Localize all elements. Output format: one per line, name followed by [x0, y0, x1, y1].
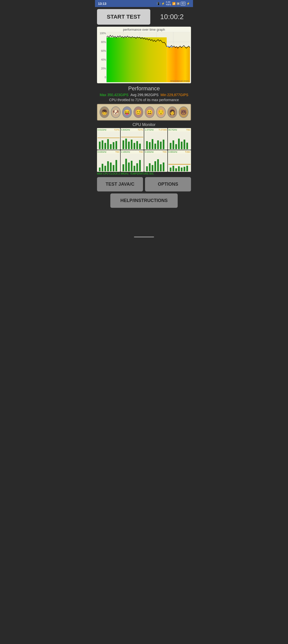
face-6: 😌	[156, 106, 166, 118]
svg-rect-14	[99, 142, 101, 149]
svg-rect-47	[110, 163, 112, 171]
svg-rect-70	[184, 167, 185, 171]
svg-rect-30	[149, 142, 151, 149]
svg-rect-31	[152, 139, 154, 149]
svg-rect-63	[163, 163, 165, 171]
test-java-c-button[interactable]: TEST JAVA/C	[97, 177, 143, 191]
cpu-cell-1-header: 0.61GHz T27C	[98, 129, 120, 131]
svg-rect-11	[107, 37, 167, 82]
perf-avg: Avg 299,962GIPS	[130, 93, 159, 97]
cpu-cell-4-freq: 0C7GHz	[168, 129, 177, 131]
graph-title: performance over time graph	[98, 28, 190, 31]
cpu-mini-chart-2	[121, 132, 143, 149]
cpu-cell-2: 0.84GHz T27C	[121, 128, 144, 150]
graph-container: 100% 80% 60% 40% 20% 0	[98, 32, 190, 82]
cpu-cell-5-temp: T0C	[115, 151, 120, 153]
svg-rect-71	[186, 166, 188, 171]
timer-display: 10:00:2	[153, 13, 191, 21]
svg-rect-52	[128, 163, 130, 171]
svg-rect-25	[131, 140, 133, 149]
cpu-cell-2-header: 0.84GHz T27C	[121, 129, 143, 131]
cpu-mini-chart-8	[168, 154, 190, 171]
svg-rect-19	[113, 142, 115, 149]
svg-rect-24	[128, 142, 130, 149]
charge-icon: ⚡	[186, 2, 190, 5]
perf-stats: Max 350,423GIPS Avg 299,962GIPS Min 229,…	[97, 93, 191, 97]
cpu-cell-7-freq: 0.63GHz	[145, 151, 154, 153]
svg-rect-56	[139, 160, 141, 171]
cpu-cell-2-temp: T27C	[138, 129, 143, 131]
cpu-cell-7-header: 0.63GHz T0C	[145, 151, 167, 153]
svg-rect-16	[105, 143, 106, 149]
cpu-cell-5-header: 0.63GHz T0C	[98, 151, 120, 153]
svg-rect-68	[178, 166, 180, 171]
cpu-monitor-section: CPU Monitor 0.61GHz T27C	[97, 123, 191, 175]
start-test-button[interactable]: START TEST	[97, 9, 150, 25]
svg-rect-59	[152, 165, 154, 171]
cpu-max-info: MAX CPU CLOCK:2.99GHz, TEMPERATURE:50C	[97, 172, 191, 175]
cpu-cell-3-freq: 1.07GHz	[145, 129, 154, 131]
main-content: START TEST 10:00:2 performance over time…	[95, 7, 193, 242]
svg-rect-26	[134, 143, 135, 149]
perf-min: Min 229,877GIPS	[161, 93, 188, 97]
cpu-cell-7-temp: T0C	[163, 151, 167, 153]
top-row: START TEST 10:00:2	[97, 9, 191, 25]
graph-time-label: time(interval 2min)	[170, 80, 189, 82]
svg-rect-55	[136, 163, 138, 171]
cpu-mini-chart-7	[145, 154, 167, 171]
svg-rect-62	[160, 164, 162, 171]
help-instructions-button[interactable]: HELP/INSTRUCTIONS	[110, 193, 178, 208]
face-2: 🐶	[111, 106, 121, 118]
cpu-cell-2-freq: 0.84GHz	[121, 129, 130, 131]
cpu-cell-8-header: 0.80GHz T26C	[168, 151, 190, 153]
face-4: 😊	[133, 106, 143, 118]
perf-title: Performance	[97, 85, 191, 92]
vibrate-icon: 📳	[157, 2, 160, 5]
svg-rect-49	[116, 160, 117, 171]
svg-rect-43	[99, 168, 101, 171]
cpu-cell-4: 0C7GHz T0C	[168, 128, 191, 150]
options-button[interactable]: OPTIONS	[145, 177, 191, 191]
face-5: 😀	[145, 106, 155, 118]
cpu-cell-6-temp: T0C	[139, 151, 143, 153]
cpu-mini-chart-6	[121, 154, 143, 171]
svg-rect-67	[175, 168, 177, 171]
status-time: 13:13	[98, 2, 106, 6]
x-icon: ✕	[177, 2, 180, 5]
btn-row: TEST JAVA/C OPTIONS	[97, 177, 191, 191]
svg-rect-45	[105, 166, 106, 171]
face-7: 👩	[167, 106, 177, 118]
svg-rect-41	[184, 140, 185, 149]
bottom-area	[97, 210, 191, 240]
svg-rect-42	[186, 143, 188, 149]
svg-rect-18	[110, 144, 112, 149]
svg-rect-69	[181, 168, 183, 171]
battery-indicator: 83	[181, 2, 185, 6]
network-speed: 0.30 KB/S	[166, 1, 171, 6]
svg-rect-50	[123, 164, 124, 171]
performance-graph-svg	[107, 32, 190, 82]
cpu-cell-8-freq: 0.80GHz	[168, 151, 177, 153]
svg-rect-12	[167, 47, 190, 82]
svg-rect-33	[157, 140, 159, 149]
svg-rect-22	[123, 140, 124, 149]
svg-rect-28	[139, 144, 141, 149]
cpu-mini-chart-4	[168, 132, 190, 149]
cpu-cell-6-header: 2.49GHz T0C	[121, 151, 143, 153]
svg-rect-65	[170, 168, 172, 171]
graph-section: performance over time graph 100% 80% 60%…	[97, 27, 191, 83]
face-3: 😝	[122, 106, 132, 118]
graph-canvas-area: time(interval 2min)	[107, 32, 190, 82]
svg-rect-40	[181, 142, 183, 149]
cpu-mini-chart-5	[98, 154, 120, 171]
svg-rect-46	[107, 161, 109, 171]
cpu-cell-1: 0.61GHz T27C	[97, 128, 120, 150]
bluetooth-icon: ⚡	[161, 2, 165, 5]
svg-rect-36	[170, 143, 172, 149]
svg-rect-53	[131, 161, 133, 171]
status-icons: 📳 ⚡ 0.30 KB/S 📶 ✕ 83 ⚡	[157, 1, 190, 6]
svg-rect-20	[116, 141, 117, 149]
cpu-cell-3-header: 1.07GHz T-27300	[145, 129, 167, 131]
perf-section: Performance Max 350,423GIPS Avg 299,962G…	[97, 85, 191, 102]
cpu-cell-5: 0.63GHz T0C	[97, 150, 120, 172]
